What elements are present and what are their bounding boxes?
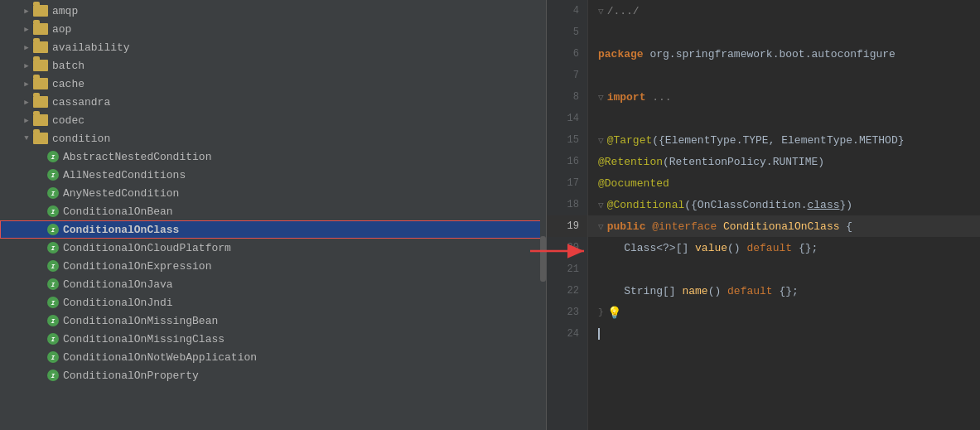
code-line-19: ▽ public @interface ConditionalOnClass {	[588, 215, 980, 237]
sidebar-item-label: ConditionalOnExpression	[63, 260, 211, 273]
scrollbar-thumb[interactable]	[540, 236, 546, 282]
code-keyword: import	[607, 91, 653, 104]
sidebar-item-aop[interactable]: aop	[0, 20, 546, 38]
sidebar-item-label: cache	[52, 78, 84, 90]
code-indent	[598, 285, 624, 297]
code-line-17: @Documented	[588, 172, 980, 194]
code-line-24	[588, 323, 980, 345]
sidebar-item-label: batch	[52, 60, 84, 72]
spacer	[33, 296, 46, 309]
sidebar-item-amqp[interactable]: amqp	[0, 2, 546, 20]
folder-icon	[33, 60, 48, 71]
code-text: (RetentionPolicy.RUNTIME)	[663, 156, 824, 168]
code-line-7	[588, 65, 980, 86]
sidebar-item-conditional-on-class[interactable]: I ConditionalOnClass	[0, 220, 546, 239]
code-editor[interactable]: 4 5 6 7 8 14 15 16 17 18 19 20 21 22 23 …	[547, 0, 980, 430]
sidebar-item-abstract-nested-condition[interactable]: I AbstractNestedCondition	[0, 147, 546, 166]
class-icon: I	[46, 369, 60, 382]
class-icon: I	[46, 259, 60, 273]
sidebar-item-conditional-on-jndi[interactable]: I ConditionalOnJndi	[0, 293, 546, 312]
spacer	[33, 241, 46, 254]
line-number: 8	[547, 86, 587, 108]
class-icon: I	[46, 314, 60, 327]
code-line-22: String [] name () default {};	[588, 280, 980, 302]
sidebar-item-all-nested-conditions[interactable]: I AllNestedConditions	[0, 166, 546, 184]
sidebar-item-label: AnyNestedCondition	[63, 187, 179, 200]
code-keyword: default	[727, 285, 773, 297]
sidebar-item-cache[interactable]: cache	[0, 75, 546, 93]
class-icon: I	[46, 168, 60, 181]
sidebar-item-label: amqp	[52, 5, 78, 17]
code-line-20: Class <?>[] value () default {};	[588, 237, 980, 258]
folder-icon	[33, 41, 48, 53]
sidebar-item-conditional-on-bean[interactable]: I ConditionalOnBean	[0, 202, 546, 220]
code-type: String	[624, 285, 663, 297]
line-number: 21	[547, 258, 587, 280]
line-number: 24	[547, 323, 587, 345]
sidebar-item-label: ConditionalOnBean	[63, 205, 173, 218]
sidebar-item-cassandra[interactable]: cassandra	[0, 93, 546, 111]
code-text: /.../	[607, 5, 640, 17]
code-text: ()	[708, 285, 727, 297]
arrow-icon	[20, 77, 33, 90]
code-line-6: package org.springframework.boot.autocon…	[588, 43, 980, 65]
sidebar-item-any-nested-condition[interactable]: I AnyNestedCondition	[0, 184, 546, 202]
code-line-15: ▽ @Target ({ ElementType.TYPE, ElementTy…	[588, 129, 980, 151]
line-number: 17	[547, 172, 587, 194]
code-line-23: } 💡	[588, 302, 980, 323]
sidebar-item-label: ConditionalOnClass	[63, 224, 179, 236]
code-text: ...	[652, 91, 671, 104]
class-icon: I	[46, 296, 60, 309]
lightbulb-icon: 💡	[607, 306, 621, 320]
sidebar-item-conditional-on-not-web-app[interactable]: I ConditionalOnNotWebApplication	[0, 348, 546, 366]
sidebar-item-conditional-on-expression[interactable]: I ConditionalOnExpression	[0, 257, 546, 275]
sidebar-item-conditional-on-java[interactable]: I ConditionalOnJava	[0, 275, 546, 293]
arrow-icon	[20, 114, 33, 127]
line-number: 15	[547, 129, 587, 151]
code-classname: ConditionalOnClass	[723, 220, 839, 233]
sidebar-item-label: ConditionalOnMissingBean	[63, 315, 218, 327]
arrow-icon	[20, 22, 33, 36]
spacer	[33, 332, 46, 345]
sidebar-item-label: availability	[52, 41, 130, 54]
sidebar-item-label: ConditionalOnJndi	[63, 297, 173, 309]
code-text: .	[801, 199, 808, 211]
code-method: name	[682, 285, 707, 297]
sidebar-item-label: ConditionalOnCloudPlatform	[63, 242, 231, 254]
arrow-icon	[20, 132, 33, 145]
code-line-14	[588, 108, 980, 129]
class-icon: I	[46, 350, 60, 364]
sidebar-item-condition[interactable]: condition	[0, 129, 546, 147]
code-keyword2: @interface	[652, 220, 723, 233]
fold-icon18: ▽	[598, 200, 604, 210]
sidebar-item-conditional-on-missing-bean[interactable]: I ConditionalOnMissingBean	[0, 312, 546, 330]
code-method: value	[695, 242, 727, 254]
sidebar-item-label: ConditionalOnProperty	[63, 370, 199, 382]
class-icon: I	[46, 223, 60, 236]
code-text: ElementType.TYPE, ElementType.METHOD	[665, 134, 898, 147]
line-number: 5	[547, 22, 587, 43]
sidebar-item-label: ConditionalOnJava	[63, 278, 173, 291]
sidebar-item-label: codec	[52, 114, 84, 127]
code-annotation: @Documented	[598, 177, 669, 190]
line-number: 16	[547, 151, 587, 172]
spacer	[33, 186, 46, 200]
sidebar-item-availability[interactable]: availability	[0, 38, 546, 56]
sidebar-item-conditional-on-missing-class[interactable]: I ConditionalOnMissingClass	[0, 330, 546, 348]
spacer	[33, 223, 46, 236]
code-text: }	[898, 134, 905, 147]
sidebar-item-conditional-on-property[interactable]: I ConditionalOnProperty	[0, 366, 546, 384]
spacer	[33, 168, 46, 181]
sidebar-item-batch[interactable]: batch	[0, 56, 546, 75]
code-content: ▽ /.../ package org.springframework.boot…	[588, 0, 980, 430]
spacer	[33, 350, 46, 364]
sidebar-scrollbar[interactable]	[540, 0, 546, 430]
code-text: org.springframework.boot.autoconfigure	[649, 48, 895, 60]
fold-open-icon19: ▽	[598, 221, 604, 232]
sidebar-item-conditional-on-cloud-platform[interactable]: I ConditionalOnCloudPlatform	[0, 239, 546, 257]
file-tree: amqp aop availability batch cache cassan…	[0, 0, 547, 430]
sidebar-item-codec[interactable]: codec	[0, 111, 546, 129]
code-annotation: @Conditional	[607, 199, 685, 211]
folder-icon	[33, 5, 48, 17]
line-number-gutter: 4 5 6 7 8 14 15 16 17 18 19 20 21 22 23 …	[547, 0, 588, 430]
